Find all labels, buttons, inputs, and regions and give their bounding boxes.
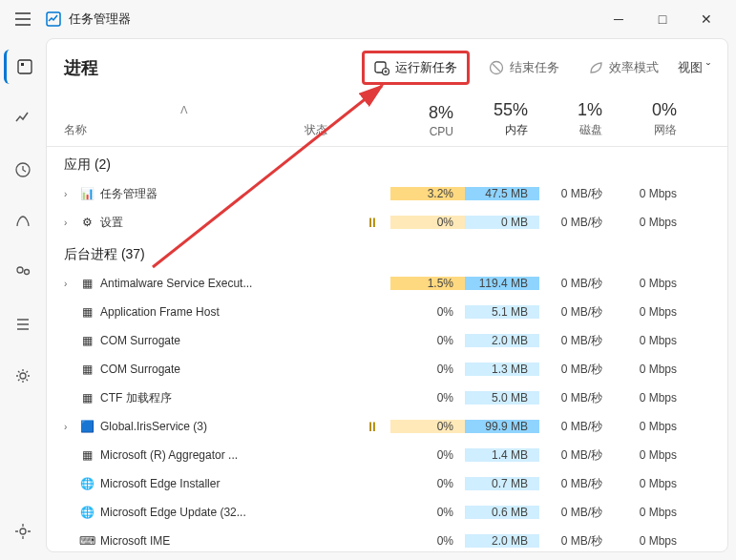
disk-cell: 0 MB/秒 — [539, 419, 614, 435]
sidebar-settings[interactable] — [4, 514, 42, 549]
disk-cell: 0 MB/秒 — [539, 304, 614, 321]
disk-cell: 0 MB/秒 — [539, 447, 614, 464]
net-cell: 0 Mbps — [614, 506, 688, 519]
col-cpu[interactable]: 8%CPU — [390, 100, 465, 138]
toolbar: 运行新任务 结束任务 效率模式 视图 ˇ — [362, 51, 710, 85]
cpu-cell: 0% — [390, 534, 465, 548]
process-row[interactable]: ▦COM Surrogate0%2.0 MB0 MB/秒0 Mbps — [47, 326, 727, 355]
sidebar-processes[interactable] — [4, 50, 42, 84]
mem-cell: 2.0 MB — [465, 334, 539, 347]
net-cell: 0 Mbps — [614, 305, 688, 319]
disk-cell: 0 MB/秒 — [539, 476, 614, 492]
process-label: Microsoft Edge Installer — [100, 477, 220, 490]
process-row[interactable]: 🌐Microsoft Edge Installer0%0.7 MB0 MB/秒0… — [47, 469, 727, 498]
sidebar-performance[interactable] — [4, 101, 42, 135]
page-title: 进程 — [64, 56, 98, 79]
disk-cell: 0 MB/秒 — [539, 276, 614, 292]
svg-point-5 — [25, 270, 30, 275]
mem-cell: 5.0 MB — [465, 391, 539, 404]
mem-cell: 0.7 MB — [465, 477, 539, 490]
eff-label: 效率模式 — [609, 59, 659, 76]
efficiency-button[interactable]: 效率模式 — [578, 53, 668, 82]
sidebar-details[interactable] — [4, 307, 42, 342]
process-name: ▦CTF 加载程序 — [47, 390, 305, 406]
process-label: 任务管理器 — [100, 186, 158, 202]
sort-indicator: ᐱ — [64, 104, 305, 116]
col-name[interactable]: ᐱ 名称 — [47, 100, 305, 138]
disk-cell: 0 MB/秒 — [539, 186, 614, 202]
col-network[interactable]: 0%网络 — [614, 100, 688, 138]
close-button[interactable]: ✕ — [684, 4, 728, 34]
process-icon: ▦ — [79, 362, 95, 377]
svg-rect-2 — [21, 63, 24, 66]
process-row[interactable]: ›⚙设置⏸0%0 MB0 MB/秒0 Mbps — [47, 208, 727, 237]
process-icon: 🌐 — [79, 476, 95, 491]
svg-rect-1 — [18, 60, 32, 73]
cpu-cell: 0% — [390, 363, 465, 376]
process-name: ›📊任务管理器 — [47, 186, 305, 202]
process-label: Application Frame Host — [100, 305, 220, 319]
group-apps: 应用 (2) — [47, 147, 727, 179]
disk-cell: 0 MB/秒 — [539, 362, 614, 378]
process-row[interactable]: ›🟦Global.IrisService (3)⏸0%99.9 MB0 MB/秒… — [47, 412, 727, 441]
net-cell: 0 Mbps — [614, 477, 688, 490]
process-name: ▦COM Surrogate — [47, 333, 305, 348]
end-task-button[interactable]: 结束任务 — [479, 53, 569, 82]
cpu-cell: 1.5% — [390, 277, 465, 290]
process-icon: ▦ — [79, 333, 95, 348]
col-disk[interactable]: 1%磁盘 — [539, 100, 614, 138]
run-label: 运行新任务 — [395, 59, 457, 76]
mem-cell: 0.6 MB — [465, 506, 539, 519]
process-name: 🌐Microsoft Edge Installer — [47, 476, 305, 491]
disk-cell: 0 MB/秒 — [539, 505, 614, 521]
process-row[interactable]: ›▦Antimalware Service Execut...1.5%119.4… — [47, 269, 727, 298]
run-icon — [374, 60, 389, 75]
process-label: Microsoft Edge Update (32... — [100, 506, 246, 519]
expand-icon[interactable]: › — [64, 218, 74, 228]
group-background: 后台进程 (37) — [47, 237, 727, 269]
col-memory[interactable]: 55%内存 — [465, 100, 539, 138]
process-label: COM Surrogate — [100, 334, 180, 347]
cpu-cell: 0% — [390, 477, 465, 490]
mem-cell: 1.4 MB — [465, 448, 539, 462]
process-label: Microsoft (R) Aggregator ... — [100, 448, 238, 462]
sidebar-history[interactable] — [4, 153, 42, 187]
minimize-button[interactable]: ─ — [597, 4, 641, 34]
view-dropdown[interactable]: 视图 ˇ — [678, 59, 710, 76]
process-icon: 🌐 — [79, 505, 95, 520]
process-row[interactable]: 🌐Microsoft Edge Update (32...0%0.6 MB0 M… — [47, 498, 727, 527]
svg-point-6 — [20, 373, 26, 379]
process-name: ›🟦Global.IrisService (3) — [47, 419, 305, 434]
view-label: 视图 — [678, 59, 703, 76]
sidebar-services[interactable] — [4, 359, 42, 393]
sidebar-startup[interactable] — [4, 204, 42, 239]
process-rows[interactable]: 应用 (2)›📊任务管理器3.2%47.5 MB0 MB/秒0 Mbps›⚙设置… — [47, 147, 727, 551]
cpu-cell: 0% — [390, 391, 465, 404]
net-cell: 0 Mbps — [614, 420, 688, 433]
chevron-down-icon: ˇ — [706, 61, 710, 75]
menu-button[interactable] — [8, 4, 38, 34]
run-new-task-button[interactable]: 运行新任务 — [362, 51, 470, 85]
maximize-button[interactable]: □ — [641, 4, 684, 34]
process-row[interactable]: ⌨Microsoft IME0%2.0 MB0 MB/秒0 Mbps — [47, 527, 727, 551]
process-icon: ▦ — [79, 276, 95, 291]
sidebar-users[interactable] — [4, 256, 42, 290]
col-state[interactable]: 状态 — [305, 100, 390, 138]
process-row[interactable]: ▦CTF 加载程序0%5.0 MB0 MB/秒0 Mbps — [47, 384, 727, 412]
process-row[interactable]: ▦COM Surrogate0%1.3 MB0 MB/秒0 Mbps — [47, 355, 727, 384]
process-label: Antimalware Service Execut... — [100, 277, 252, 290]
net-cell: 0 Mbps — [614, 391, 688, 404]
process-label: Microsoft IME — [100, 534, 170, 548]
expand-icon[interactable]: › — [64, 279, 74, 289]
process-row[interactable]: ▦Application Frame Host0%5.1 MB0 MB/秒0 M… — [47, 298, 727, 326]
expand-icon[interactable]: › — [64, 422, 74, 432]
expand-icon[interactable]: › — [64, 189, 74, 199]
process-icon: 📊 — [79, 186, 95, 201]
end-label: 结束任务 — [510, 59, 559, 76]
svg-point-7 — [20, 529, 26, 534]
main-panel: 进程 运行新任务 结束任务 效率模式 视图 ˇ — [46, 38, 728, 552]
process-row[interactable]: ▦Microsoft (R) Aggregator ...0%1.4 MB0 M… — [47, 441, 727, 469]
process-row[interactable]: ›📊任务管理器3.2%47.5 MB0 MB/秒0 Mbps — [47, 179, 727, 208]
col-name-label: 名称 — [64, 122, 305, 138]
process-name: 🌐Microsoft Edge Update (32... — [47, 505, 305, 520]
